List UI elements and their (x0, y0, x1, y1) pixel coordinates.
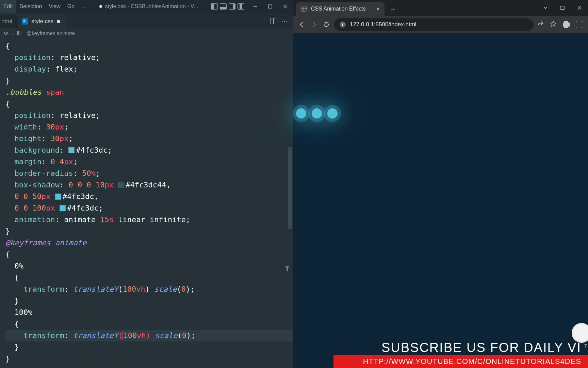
editor-scrollbar[interactable] (288, 147, 292, 229)
layout-centered-icon[interactable] (238, 3, 244, 10)
browser-window: CSS Animation Effects × + i 127.0.0.1:55… (293, 0, 588, 368)
breadcrumb[interactable]: ss › @keyframes animate (0, 28, 293, 38)
color-swatch-icon[interactable] (60, 205, 66, 211)
url-text: 127.0.0.1:5500/index.html (350, 21, 416, 28)
bubble (296, 108, 306, 119)
menu-edit[interactable]: Edit (0, 0, 16, 13)
browser-maximize-button[interactable] (554, 0, 571, 16)
bubble (312, 108, 322, 119)
layout-controls (208, 3, 248, 10)
window-title-text: style.css - CSSBubblesAnimation - V... (105, 3, 198, 10)
browser-minimize-button[interactable] (537, 0, 554, 16)
layout-sidebar-right-icon[interactable] (229, 3, 235, 10)
color-swatch-icon[interactable] (55, 194, 61, 200)
menu-view[interactable]: View (45, 0, 64, 13)
vscode-titlebar: Edit Selection View Go … style.css - CSS… (0, 0, 293, 13)
tab-html[interactable]: html (1, 14, 18, 28)
browser-tab[interactable]: CSS Animation Effects × (296, 2, 385, 16)
svg-rect-4 (561, 6, 564, 10)
css-file-icon (22, 18, 28, 25)
breadcrumb-symbol[interactable]: @keyframes animate (27, 30, 75, 36)
tab-actions-more-icon[interactable]: ⋯ (281, 19, 288, 23)
color-swatch-icon[interactable] (118, 182, 124, 188)
chevron-right-icon: › (12, 30, 14, 36)
keyframes-symbol-icon (17, 31, 23, 35)
minimap-letter: T (285, 263, 292, 273)
tab-label: style.css (31, 18, 53, 25)
layout-sidebar-left-icon[interactable] (211, 3, 218, 10)
new-tab-button[interactable]: + (387, 3, 399, 15)
site-info-icon[interactable]: i (340, 21, 346, 28)
vscode-window: Edit Selection View Go … style.css - CSS… (0, 0, 293, 368)
code-editor[interactable]: { position: relative; display: flex; } .… (0, 38, 293, 368)
youtube-overlay: SUBSCRIBE US FOR DAILY VI HTTP://WWW.YOU… (333, 338, 588, 368)
share-icon[interactable] (537, 20, 544, 29)
menu-more[interactable]: … (78, 0, 90, 13)
menu-go[interactable]: Go (64, 0, 78, 13)
window-minimize-button[interactable] (248, 0, 263, 13)
bubble (327, 108, 338, 119)
globe-icon (301, 6, 307, 12)
window-close-button[interactable] (278, 0, 293, 13)
svg-rect-1 (268, 5, 272, 8)
browser-close-button[interactable] (571, 0, 588, 16)
tab-style-css[interactable]: style.css (18, 14, 66, 28)
side-panel-icon[interactable] (576, 21, 583, 28)
layout-panel-bottom-icon[interactable] (220, 3, 227, 10)
breadcrumb-file[interactable]: ss (3, 30, 9, 36)
browser-tab-title: CSS Animation Effects (311, 6, 366, 12)
window-title: style.css - CSSBubblesAnimation - V... (90, 3, 208, 10)
address-bar[interactable]: i 127.0.0.1:5500/index.html (334, 18, 534, 31)
nav-forward-button[interactable] (310, 20, 318, 29)
tab-close-icon[interactable]: × (376, 5, 380, 13)
browser-toolbar: i 127.0.0.1:5500/index.html (293, 16, 588, 33)
modified-dot-icon (99, 5, 102, 8)
page-viewport: T SUBSCRIBE US FOR DAILY VI HTTP://WWW.Y… (293, 33, 588, 368)
editor-tabbar: html style.css ⋯ (0, 13, 293, 28)
subscribe-text: SUBSCRIBE US FOR DAILY VI (381, 340, 581, 355)
extensions-icon[interactable] (563, 21, 570, 28)
nav-reload-button[interactable] (322, 20, 331, 29)
nav-back-button[interactable] (297, 20, 306, 29)
tab-modified-icon (57, 20, 60, 23)
menu-selection[interactable]: Selection (16, 0, 46, 13)
split-editor-icon[interactable] (270, 18, 276, 24)
browser-tabstrip: CSS Animation Effects × + (293, 0, 588, 16)
window-maximize-button[interactable] (263, 0, 278, 13)
channel-url-text: HTTP://WWW.YOUTUBE.COM/C/ONLINETUTORIALS… (363, 357, 581, 366)
tab-label: html (1, 18, 12, 25)
color-swatch-icon[interactable] (68, 147, 75, 153)
bookmark-star-icon[interactable] (550, 20, 557, 29)
